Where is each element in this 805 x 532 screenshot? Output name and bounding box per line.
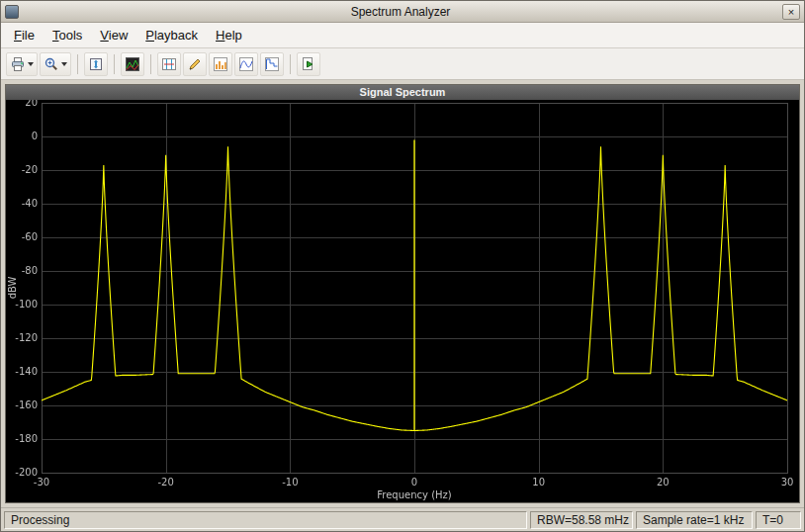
window-icon[interactable] bbox=[5, 5, 19, 19]
menu-item-file[interactable]: File bbox=[5, 24, 44, 46]
spectrum-canvas[interactable] bbox=[6, 100, 799, 502]
dropdown-caret-icon bbox=[28, 62, 34, 66]
distortion-measurements-icon bbox=[213, 56, 228, 72]
menu-item-playback[interactable]: Playback bbox=[136, 24, 207, 46]
toolbar-separator bbox=[290, 54, 291, 74]
print-button[interactable] bbox=[6, 52, 38, 76]
dropdown-caret-icon bbox=[61, 62, 67, 66]
spectrum-settings-icon bbox=[125, 56, 140, 72]
print-icon bbox=[10, 56, 26, 72]
plot-canvas-wrap bbox=[6, 100, 799, 502]
statusbar: Processing RBW=58.58 mHz Sample rate=1 k… bbox=[1, 507, 804, 531]
step-forward-icon bbox=[301, 56, 316, 72]
peak-finder-button[interactable] bbox=[183, 52, 207, 76]
window-title: Spectrum Analyzer bbox=[23, 5, 778, 19]
signal-statistics-button[interactable] bbox=[234, 52, 258, 76]
full-span-button[interactable] bbox=[84, 52, 108, 76]
step-forward-button[interactable] bbox=[297, 52, 320, 76]
toolbar bbox=[1, 48, 804, 80]
plot-panel: Signal Spectrum bbox=[5, 84, 800, 503]
menubar: File Tools View Playback Help bbox=[1, 23, 804, 48]
signal-statistics-icon bbox=[238, 56, 254, 72]
cursor-measurements-icon bbox=[161, 56, 177, 72]
toolbar-separator bbox=[150, 54, 151, 74]
ccdf-measurements-icon bbox=[264, 56, 280, 72]
spectrum-settings-button[interactable] bbox=[121, 52, 144, 76]
figure-area: Signal Spectrum bbox=[1, 80, 804, 507]
toolbar-separator bbox=[114, 54, 115, 74]
zoom-button[interactable] bbox=[40, 52, 71, 76]
menu-item-view[interactable]: View bbox=[91, 24, 136, 46]
toolbar-separator bbox=[77, 54, 78, 74]
status-time: T=0 bbox=[756, 511, 801, 529]
cursor-measurements-button[interactable] bbox=[157, 52, 181, 76]
plot-title: Signal Spectrum bbox=[6, 85, 799, 100]
menu-item-tools[interactable]: Tools bbox=[44, 24, 91, 46]
status-processing: Processing bbox=[4, 511, 527, 529]
spectrum-analyzer-window: Spectrum Analyzer × File Tools View Play… bbox=[0, 0, 805, 532]
zoom-icon bbox=[44, 56, 59, 72]
status-sample-rate: Sample rate=1 kHz bbox=[636, 511, 753, 529]
full-span-icon bbox=[88, 56, 104, 72]
status-rbw: RBW=58.58 mHz bbox=[530, 511, 633, 529]
titlebar[interactable]: Spectrum Analyzer × bbox=[1, 1, 804, 23]
ccdf-measurements-button[interactable] bbox=[260, 52, 284, 76]
peak-finder-icon bbox=[187, 56, 203, 72]
close-button[interactable]: × bbox=[782, 4, 800, 20]
distortion-measurements-button[interactable] bbox=[209, 52, 232, 76]
menu-item-help[interactable]: Help bbox=[207, 24, 251, 46]
